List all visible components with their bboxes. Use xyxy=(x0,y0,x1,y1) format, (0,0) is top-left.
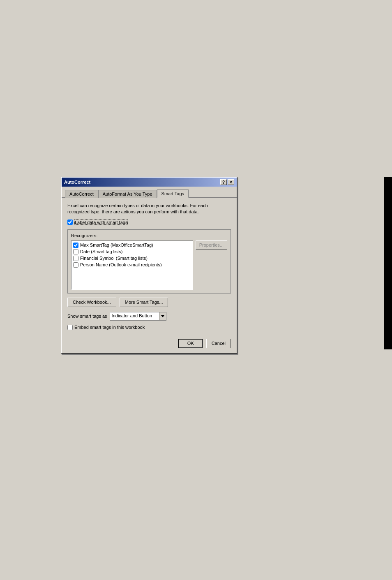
right-black-bar xyxy=(384,177,392,349)
dialog-footer: OK Cancel xyxy=(67,336,231,348)
recognizer-label-2: Financial Symbol (Smart tag lists) xyxy=(80,256,148,261)
recognizer-checkbox-1[interactable] xyxy=(73,249,78,254)
embed-label: Embed smart tags in this workbook xyxy=(74,325,145,330)
show-smart-tags-dropdown-container: Indicator and Button xyxy=(110,312,166,321)
label-data-checkbox[interactable] xyxy=(67,220,73,225)
recognizers-inner: Max SmartTag (MaxOfficeSmartTag) Date (S… xyxy=(71,240,227,290)
help-button[interactable]: ? xyxy=(220,179,227,185)
properties-button[interactable]: Properties... xyxy=(196,240,227,250)
more-smart-tags-button[interactable]: More Smart Tags... xyxy=(120,298,168,307)
list-item: Max SmartTag (MaxOfficeSmartTag) xyxy=(73,243,191,248)
embed-checkbox[interactable] xyxy=(67,325,73,330)
show-smart-tags-value[interactable]: Indicator and Button xyxy=(110,312,159,321)
tab-autocorrect[interactable]: AutoCorrect xyxy=(65,190,98,198)
chevron-down-icon xyxy=(161,315,164,317)
dialog-title: AutoCorrect xyxy=(64,180,90,185)
recognizers-label: Recognizers: xyxy=(71,233,227,238)
recognizers-list: Max SmartTag (MaxOfficeSmartTag) Date (S… xyxy=(71,240,193,290)
list-item: Person Name (Outlook e-mail recipients) xyxy=(73,262,191,268)
recognizers-group: Recognizers: Max SmartTag (MaxOfficeSmar… xyxy=(67,229,231,293)
label-data-label: Label data with smart tags xyxy=(74,220,128,225)
recognizer-checkbox-0[interactable] xyxy=(73,243,78,248)
recognizer-label-3: Person Name (Outlook e-mail recipients) xyxy=(80,262,162,267)
show-smart-tags-dropdown-arrow[interactable] xyxy=(159,312,166,321)
close-button[interactable]: × xyxy=(228,179,234,185)
show-smart-tags-label: Show smart tags as xyxy=(67,314,107,319)
check-workbook-button[interactable]: Check Workbook... xyxy=(67,298,116,307)
list-item: Date (Smart tag lists) xyxy=(73,249,191,254)
recognizer-checkbox-3[interactable] xyxy=(73,262,78,268)
embed-row: Embed smart tags in this workbook xyxy=(67,325,231,330)
recognizer-checkbox-2[interactable] xyxy=(73,256,78,261)
ok-button[interactable]: OK xyxy=(178,339,203,348)
dialog-body: Excel can recognize certain types of dat… xyxy=(62,198,237,353)
workbook-buttons-row: Check Workbook... More Smart Tags... xyxy=(67,298,231,307)
title-bar: AutoCorrect ? × xyxy=(62,178,237,187)
tab-bar: AutoCorrect AutoFormat As You Type Smart… xyxy=(62,187,237,198)
label-data-row: Label data with smart tags xyxy=(67,220,231,225)
show-smart-tags-row: Show smart tags as Indicator and Button xyxy=(67,312,231,321)
autocorrect-dialog: AutoCorrect ? × AutoCorrect AutoFormat A… xyxy=(61,177,238,354)
recognizer-label-0: Max SmartTag (MaxOfficeSmartTag) xyxy=(80,243,153,247)
description-text: Excel can recognize certain types of dat… xyxy=(67,203,231,215)
recognizer-label-1: Date (Smart tag lists) xyxy=(80,249,122,254)
cancel-button[interactable]: Cancel xyxy=(206,339,231,348)
tab-autoformat[interactable]: AutoFormat As You Type xyxy=(98,190,157,198)
tab-smart-tags[interactable]: Smart Tags xyxy=(157,189,189,198)
list-item: Financial Symbol (Smart tag lists) xyxy=(73,256,191,261)
properties-button-container: Properties... xyxy=(196,240,227,290)
title-bar-buttons: ? × xyxy=(220,179,234,185)
